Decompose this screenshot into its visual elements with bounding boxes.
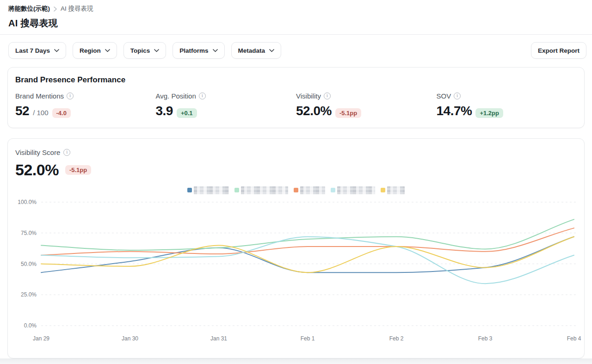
info-icon[interactable]: i	[67, 93, 74, 99]
delta-badge: +0.1	[177, 108, 197, 118]
brand-presence-card: Brand Presence Performance Brand Mention…	[7, 67, 585, 128]
metric-label: Visibility	[296, 92, 321, 100]
chevron-down-icon	[54, 49, 59, 52]
legend-label-redacted	[387, 186, 405, 194]
filter-label: Last 7 Days	[15, 47, 50, 54]
page-title: AI 搜尋表現	[8, 17, 584, 30]
x-axis-label: Feb 4	[567, 335, 581, 342]
legend-item-yellow[interactable]	[381, 186, 405, 194]
legend-label-redacted	[194, 186, 229, 194]
legend-label-redacted	[241, 186, 288, 194]
legend-item-blue[interactable]	[187, 186, 229, 194]
visibility-chart[interactable]: 100.0%75.0%50.0%25.0%0.0%Jan 29Jan 30Jan…	[8, 195, 584, 344]
chart-line-orange	[41, 228, 574, 255]
delta-badge: -5.1pp	[335, 108, 361, 118]
metrics-grid: Brand Mentions i 52 / 100 -4.0 Avg. Posi…	[15, 92, 577, 118]
chart-line-cyan	[41, 237, 574, 284]
legend-swatch	[187, 188, 192, 192]
metric-suffix: / 100	[33, 109, 48, 117]
chevron-down-icon	[213, 49, 218, 52]
chevron-down-icon	[154, 49, 159, 52]
chart-line-yellow	[41, 237, 574, 272]
breadcrumb: 將能數位(示範) AI 搜尋表現	[8, 5, 584, 13]
x-axis-label: Jan 30	[122, 335, 138, 342]
metric-label: SOV	[437, 92, 451, 100]
y-axis-label: 75.0%	[21, 230, 37, 236]
metric-avg-position: Avg. Position i 3.9 +0.1	[156, 92, 296, 118]
x-axis-label: Jan 29	[33, 335, 49, 342]
legend-swatch	[294, 188, 298, 192]
metric-value: 52.0%	[296, 104, 332, 118]
toolbar: Last 7 Days Region Topics Platforms Meta…	[0, 35, 592, 59]
breadcrumb-item-current: AI 搜尋表現	[61, 5, 93, 13]
x-axis-label: Feb 2	[389, 335, 404, 342]
filter-region-button[interactable]: Region	[73, 42, 117, 59]
chevron-down-icon	[105, 49, 110, 52]
visibility-score-label: Visibility Score	[15, 148, 60, 156]
delta-badge: -5.1pp	[65, 165, 91, 175]
chart-legend	[8, 185, 584, 195]
info-icon[interactable]: i	[199, 93, 206, 99]
legend-label-redacted	[300, 186, 325, 194]
chevron-right-icon	[54, 6, 57, 12]
metric-label: Brand Mentions	[15, 92, 64, 100]
info-icon[interactable]: i	[63, 149, 70, 156]
y-axis-label: 0.0%	[24, 322, 37, 329]
filter-metadata-button[interactable]: Metadata	[231, 42, 282, 59]
filter-topics-button[interactable]: Topics	[123, 42, 166, 59]
legend-item-cyan[interactable]	[331, 186, 375, 194]
metric-value: 14.7%	[437, 104, 472, 118]
filter-label: Metadata	[238, 47, 265, 54]
metric-visibility: Visibility i 52.0% -5.1pp	[296, 92, 437, 118]
chart-line-green	[41, 219, 574, 250]
metric-sov: SOV i 14.7% +1.2pp	[437, 92, 577, 118]
brand-presence-title: Brand Presence Performance	[15, 75, 577, 85]
breadcrumb-item-org[interactable]: 將能數位(示範)	[8, 5, 50, 13]
y-axis-label: 100.0%	[18, 199, 37, 205]
metric-label: Avg. Position	[156, 92, 196, 100]
legend-label-redacted	[337, 186, 375, 194]
legend-swatch	[234, 188, 239, 192]
filter-platforms-button[interactable]: Platforms	[173, 42, 224, 59]
page-header: 將能數位(示範) AI 搜尋表現 AI 搜尋表現	[0, 0, 592, 35]
legend-swatch	[331, 188, 335, 192]
legend-swatch	[381, 188, 385, 192]
filter-label: Platforms	[179, 47, 208, 54]
chart-wrap: 100.0%75.0%50.0%25.0%0.0%Jan 29Jan 30Jan…	[8, 195, 584, 346]
y-axis-label: 50.0%	[21, 261, 37, 267]
metric-value: 3.9	[156, 104, 173, 118]
export-report-button[interactable]: Export Report	[531, 42, 586, 59]
info-icon[interactable]: i	[324, 93, 331, 99]
metric-value: 52	[15, 104, 29, 118]
visibility-score-card: Visibility Score i 52.0% -5.1pp 100.0%75…	[7, 138, 585, 358]
info-icon[interactable]: i	[454, 93, 461, 99]
filter-label: Topics	[130, 47, 150, 54]
y-axis-label: 25.0%	[21, 291, 37, 298]
filter-label: Region	[80, 47, 101, 54]
page-bottom-strip	[0, 358, 592, 364]
legend-item-orange[interactable]	[294, 186, 325, 194]
x-axis-label: Jan 31	[210, 335, 227, 342]
metric-brand-mentions: Brand Mentions i 52 / 100 -4.0	[15, 92, 156, 118]
visibility-score-value: 52.0%	[15, 161, 59, 179]
x-axis-label: Feb 1	[301, 335, 315, 342]
chevron-down-icon	[269, 49, 274, 52]
delta-badge: +1.2pp	[475, 108, 503, 118]
delta-badge: -4.0	[52, 108, 71, 118]
x-axis-label: Feb 3	[478, 335, 493, 342]
legend-item-green[interactable]	[234, 186, 288, 194]
filter-date-range-button[interactable]: Last 7 Days	[8, 42, 66, 59]
